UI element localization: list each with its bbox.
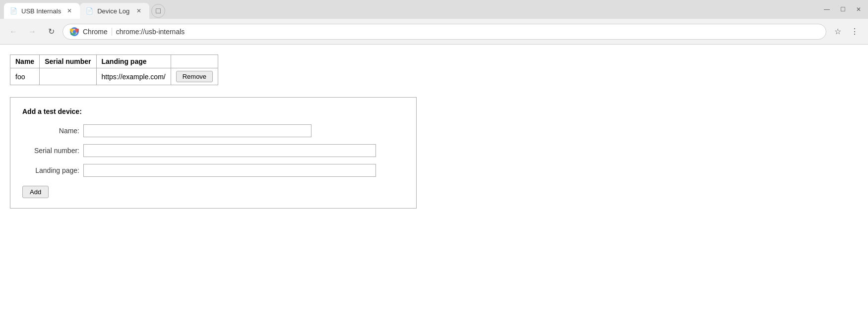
- row-landing-page: https://example.com/: [96, 68, 171, 85]
- chrome-logo-icon: [70, 27, 79, 36]
- serial-form-row: Serial number:: [22, 144, 404, 157]
- remove-button[interactable]: Remove: [176, 71, 213, 82]
- close-button[interactable]: ✕: [855, 6, 862, 13]
- forward-button[interactable]: →: [25, 24, 40, 39]
- add-device-box: Add a test device: Name: Serial number: …: [10, 97, 417, 209]
- landing-page-input[interactable]: [83, 164, 376, 177]
- toolbar: ← → ↻ Chrome chrome://usb-internals ☆ ⋮: [0, 19, 868, 45]
- row-name: foo: [10, 68, 40, 85]
- name-form-row: Name:: [22, 124, 404, 137]
- device-table: Name Serial number Landing page foo http…: [10, 54, 218, 85]
- address-bar-url: chrome://usb-internals: [116, 28, 185, 36]
- col-header-serial: Serial number: [40, 55, 96, 68]
- col-header-landing: Landing page: [96, 55, 171, 68]
- address-bar[interactable]: Chrome chrome://usb-internals: [62, 24, 826, 40]
- row-serial: [40, 68, 96, 85]
- serial-number-label: Serial number:: [22, 147, 79, 155]
- tab-device-log-label: Device Log: [97, 7, 129, 15]
- tabs-row: 📄 USB Internals ✕ 📄 Device Log ✕ □: [4, 3, 864, 19]
- tab-usb-internals[interactable]: 📄 USB Internals ✕: [4, 3, 80, 19]
- add-button[interactable]: Add: [22, 186, 49, 198]
- tab-usb-internals-close[interactable]: ✕: [65, 6, 74, 15]
- tab-usb-internals-label: USB Internals: [21, 7, 61, 15]
- table-row: foo https://example.com/ Remove: [10, 68, 218, 85]
- tab-device-log-icon: 📄: [86, 7, 93, 14]
- tab-device-log-close[interactable]: ✕: [134, 6, 143, 15]
- add-device-title: Add a test device:: [22, 107, 404, 115]
- new-tab-button[interactable]: □: [151, 4, 165, 18]
- landing-form-row: Landing page:: [22, 164, 404, 177]
- row-action-cell: Remove: [171, 68, 218, 85]
- tab-device-log[interactable]: 📄 Device Log ✕: [80, 3, 149, 19]
- reload-button[interactable]: ↻: [44, 24, 59, 39]
- address-bar-site-label: Chrome: [83, 28, 108, 36]
- col-header-name: Name: [10, 55, 40, 68]
- landing-page-label: Landing page:: [22, 166, 79, 174]
- serial-number-input[interactable]: [83, 144, 376, 157]
- page-content: Name Serial number Landing page foo http…: [0, 45, 868, 319]
- name-input[interactable]: [83, 124, 311, 137]
- title-bar: 📄 USB Internals ✕ 📄 Device Log ✕ □ — ☐ ✕: [0, 0, 868, 19]
- col-header-action: [171, 55, 218, 68]
- toolbar-right: ☆ ⋮: [830, 24, 862, 39]
- back-button[interactable]: ←: [6, 24, 21, 39]
- window-controls: — ☐ ✕: [823, 6, 862, 13]
- maximize-button[interactable]: ☐: [839, 6, 846, 13]
- address-divider: [112, 28, 112, 36]
- minimize-button[interactable]: —: [823, 6, 830, 13]
- tab-page-icon: 📄: [10, 7, 17, 14]
- name-label: Name:: [22, 127, 79, 135]
- menu-button[interactable]: ⋮: [847, 24, 862, 39]
- bookmark-button[interactable]: ☆: [830, 24, 845, 39]
- table-header-row: Name Serial number Landing page: [10, 55, 218, 68]
